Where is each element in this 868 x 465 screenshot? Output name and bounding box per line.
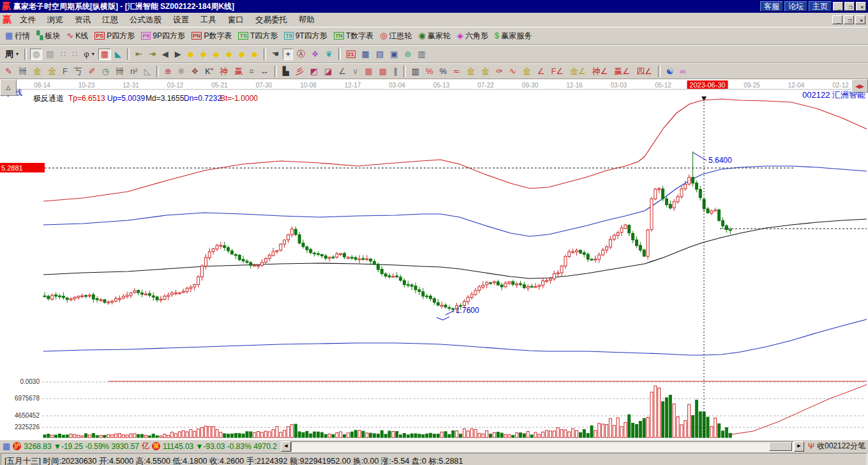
time-cycle-icon[interactable]: ◷: [100, 66, 112, 77]
wave-line-icon[interactable]: ∿: [507, 66, 519, 77]
shen-line-icon[interactable]: 神: [217, 66, 230, 77]
pattern-tool-icon[interactable]: ❖: [309, 49, 322, 60]
minimize-button[interactable]: _: [833, 2, 843, 11]
shen-angle-icon[interactable]: 神∠: [590, 66, 611, 77]
brain-tool-icon[interactable]: ❦: [323, 49, 335, 60]
spiderweb-icon[interactable]: ❖: [188, 66, 201, 77]
winner-wheel-button[interactable]: ◉赢家轮: [416, 29, 453, 43]
p-square-button[interactable]: PSP四方形: [92, 29, 137, 43]
mini-chart-8-icon[interactable]: ∷: [70, 49, 80, 60]
winner-service-button[interactable]: $赢家服务: [492, 29, 534, 43]
candle-style-icon[interactable]: φ▾: [81, 49, 96, 60]
angle-line-icon[interactable]: ∠: [336, 66, 348, 77]
color-chart-icon[interactable]: ◣: [112, 49, 124, 60]
crystal-ball-icon[interactable]: ◍: [30, 49, 42, 60]
price-grid-icon[interactable]: 卌: [113, 66, 126, 77]
menu-tools[interactable]: 工具: [195, 13, 222, 27]
diamond-h-shrink-icon[interactable]: ◆: [223, 49, 235, 60]
9p-square-button[interactable]: P99P四方形: [138, 29, 188, 43]
diamond-left-icon[interactable]: ◆: [185, 49, 197, 60]
menu-formula-pick[interactable]: 公式选股: [124, 13, 167, 27]
gann-wheel-button[interactable]: ◎江恩轮: [377, 29, 414, 43]
calculator-icon[interactable]: ▦: [359, 49, 372, 60]
forum-button[interactable]: 论坛: [784, 1, 807, 11]
child-minimize-button[interactable]: _: [832, 15, 842, 24]
gold-angle-icon[interactable]: 金: [520, 66, 534, 77]
four-angle-icon[interactable]: 四∠: [634, 66, 655, 77]
zoom-a-tool-icon[interactable]: Ⓐ: [294, 49, 308, 60]
compass-icon[interactable]: ⊕: [162, 66, 174, 77]
prev-bar-icon[interactable]: ◀: [160, 49, 171, 60]
percent-line-icon[interactable]: %: [423, 66, 436, 77]
angle-ruler-icon[interactable]: ◺: [142, 66, 153, 77]
arrow-knife-icon[interactable]: ✑: [493, 66, 505, 77]
menu-browse[interactable]: 浏览: [41, 13, 69, 27]
chart-scrollbar[interactable]: ◀ ▶: [281, 442, 804, 451]
scale-chart-icon[interactable]: ▙: [280, 66, 292, 77]
component-net-icon[interactable]: ⊚: [402, 49, 414, 60]
t-square-button[interactable]: TST四方形: [236, 29, 280, 43]
menu-gann[interactable]: 江恩: [96, 13, 124, 27]
child-close-button[interactable]: ×: [855, 15, 865, 24]
h-measure-icon[interactable]: ↔: [258, 66, 271, 77]
kline-chart-area[interactable]: 08-1410-2312-3103-1205-2107-3010-0812-17…: [0, 79, 868, 439]
scroll-thumb[interactable]: [769, 442, 792, 451]
customer-service-button[interactable]: 客服: [760, 1, 783, 11]
draw-pen-icon[interactable]: ✎: [3, 66, 15, 77]
info-doc-icon[interactable]: ▤: [43, 49, 56, 60]
t-digit-table-button[interactable]: TNT数字表: [331, 29, 376, 43]
f-grid-icon[interactable]: F: [60, 66, 70, 77]
sectors-button[interactable]: ▚板块: [34, 29, 63, 43]
ray-fan-icon[interactable]: 彡: [293, 66, 306, 77]
v-line-icon[interactable]: ∨: [350, 66, 361, 77]
percent-levels-icon[interactable]: ≂: [451, 66, 463, 77]
crosshair-tool-icon[interactable]: +: [283, 49, 293, 60]
calendar-icon[interactable]: 21: [344, 49, 358, 59]
five-grid-icon[interactable]: 丂: [71, 66, 85, 77]
menu-window[interactable]: 窗口: [222, 13, 250, 27]
f-angle-icon[interactable]: F∠: [548, 66, 566, 77]
hexagon-button[interactable]: ◈六角形: [454, 29, 491, 43]
parallel-lines-icon[interactable]: ∥: [391, 66, 400, 77]
band-chart-icon[interactable]: ▥: [409, 66, 422, 77]
shanghai-index-icon[interactable]: 沪: [13, 442, 21, 450]
measure-pen-icon[interactable]: ✐: [86, 66, 98, 77]
slope-line-icon[interactable]: ∠: [535, 66, 548, 77]
kline-button[interactable]: ∿K线: [64, 29, 91, 43]
hand-tool-icon[interactable]: ☚: [269, 49, 282, 60]
next-bar-icon[interactable]: ▶: [172, 49, 184, 60]
print-icon[interactable]: ▥: [415, 49, 428, 60]
menu-news[interactable]: 资讯: [69, 13, 96, 27]
diamond-v-expand-icon[interactable]: ◆: [236, 49, 248, 60]
red-grid-2-icon[interactable]: ▩: [377, 66, 389, 77]
scroll-track[interactable]: [291, 441, 794, 452]
diamond-right-icon[interactable]: ◆: [198, 49, 209, 60]
diamond-v-shrink-icon[interactable]: ◆: [249, 49, 260, 60]
scroll-right-button[interactable]: ▶: [794, 441, 804, 452]
notes-icon[interactable]: ▤: [373, 49, 386, 60]
menu-help[interactable]: 帮助: [293, 13, 320, 27]
fan-box-1-icon[interactable]: ◩: [308, 66, 320, 77]
gold-line-icon[interactable]: 金: [479, 66, 492, 77]
gann-grid-icon[interactable]: 卌: [16, 66, 29, 77]
shenzhen-index-icon[interactable]: 深: [152, 442, 160, 450]
first-bar-icon[interactable]: ⇤: [133, 49, 145, 60]
starburst-icon[interactable]: ❋: [176, 66, 188, 77]
infinity-icon[interactable]: ∞: [677, 66, 688, 77]
child-restore-button[interactable]: ❐: [844, 15, 854, 24]
menu-trade[interactable]: 交易委托: [250, 13, 293, 27]
mini-chart-3-icon[interactable]: ∷: [58, 49, 68, 60]
diamond-h-expand-icon[interactable]: ◆: [211, 49, 222, 60]
menu-settings[interactable]: 设置: [167, 13, 195, 27]
ying-angle-icon[interactable]: 赢∠: [611, 66, 632, 77]
home-button[interactable]: 主页: [809, 1, 832, 11]
fan-box-2-icon[interactable]: ◪: [322, 66, 334, 77]
quotes-button[interactable]: ▦行情: [3, 29, 33, 43]
grid-123-icon[interactable]: ⌗: [246, 66, 256, 77]
period-selector[interactable]: 周▾: [3, 47, 21, 61]
gold-section-icon[interactable]: 金: [464, 66, 477, 77]
restore-button[interactable]: ❐: [844, 2, 855, 11]
gold-grid-1-icon[interactable]: 金: [31, 66, 44, 77]
quote-grid-icon[interactable]: ▦: [3, 441, 10, 451]
red-grid-1-icon[interactable]: ▦: [363, 66, 375, 77]
